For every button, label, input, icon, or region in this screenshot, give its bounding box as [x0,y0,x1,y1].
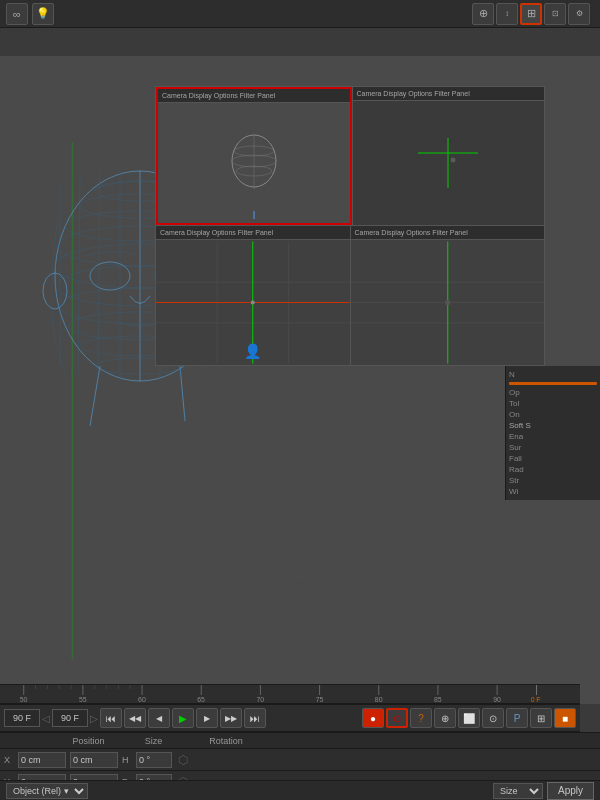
x-pos-input[interactable] [18,752,66,768]
light-icon[interactable]: 💡 [32,3,54,25]
svg-text:75: 75 [316,696,324,703]
move-tool-icon[interactable]: ⊕ [472,3,494,25]
move3d-button[interactable]: ⊕ [434,708,456,728]
size-dropdown[interactable]: Size [493,783,543,799]
svg-line-33 [98,171,100,381]
svg-text:85: 85 [434,696,442,703]
auto-key-button[interactable]: ⊙ [386,708,408,728]
soft-sur-label: Sur [509,443,521,452]
svg-point-58 [251,300,255,304]
mini-panel-bottom-left[interactable]: Camera Display Options Filter Panel [156,226,350,365]
mini-side-grid-svg [351,240,545,365]
svg-line-18 [90,366,100,426]
svg-line-19 [180,366,185,421]
apply-button[interactable]: Apply [547,782,594,800]
mini-panel-header-tr: Camera Display Options Filter Panel [353,87,545,101]
x-spinner[interactable]: ⬡ [178,753,188,767]
viewport-layout-icon[interactable]: ⊞ [520,3,542,25]
soft-str-label: Str [509,476,519,485]
mini-axis-indicator [253,211,254,219]
soft-enable-row: Ena [509,431,597,442]
soft-wi-label: Wi [509,487,518,496]
next-key-button[interactable]: ▶▶ [220,708,242,728]
mini-header-label-tl: Camera Display Options Filter Panel [162,92,275,99]
soft-panel-option: Op [509,387,597,398]
start-frame-input[interactable] [4,709,40,727]
soft-opt-label: Op [509,388,520,397]
svg-text:60: 60 [138,696,146,703]
box-button[interactable]: ⬜ [458,708,480,728]
orange-button[interactable]: ■ [554,708,576,728]
soft-fall-label: Fall [509,454,522,463]
mini-header-label-br: Camera Display Options Filter Panel [355,229,468,236]
mini-axis-svg-tr [418,138,478,188]
top-icon1[interactable]: ↕ [496,3,518,25]
soft-surface-row: Sur [509,442,597,453]
mini-3d-view-bl: 👤 [156,240,350,365]
next-frame-button[interactable]: ▶ [196,708,218,728]
grid-button[interactable]: ⊞ [530,708,552,728]
go-end-button[interactable]: ⏭ [244,708,266,728]
frame-sep2: ▷ [90,713,98,724]
parking-button[interactable]: P [506,708,528,728]
mini-viewport-top-row: Camera Display Options Filter Panel [156,87,544,226]
go-start-button[interactable]: ⏮ [100,708,122,728]
mini-viewport-window: Camera Display Options Filter Panel [155,86,545,366]
h-rot-input[interactable] [136,752,172,768]
mini-panel-bottom-right[interactable]: Camera Display Options Filter Panel [350,226,545,365]
soft-width-row: Wi [509,486,597,497]
mini-header-label-tr: Camera Display Options Filter Panel [357,90,470,97]
object-rel-dropdown[interactable]: Object (Rel) ▾ [6,783,88,799]
sphere-button[interactable]: ⊙ [482,708,504,728]
x-axis-label: X [4,755,14,765]
soft-falloff-row: Fall [509,453,597,464]
end-frame-input[interactable] [52,709,88,727]
svg-point-49 [451,158,455,162]
top-toolbar: ∞ 💡 ⊕ ↕ ⊞ ⊡ ⚙ [0,0,600,28]
top-icon3[interactable]: ⊡ [544,3,566,25]
timeline-svg: 50 55 60 65 70 75 80 85 90 0 F [4,685,576,703]
svg-text:55: 55 [79,696,87,703]
infinity-icon[interactable]: ∞ [6,3,28,25]
x-size-input[interactable] [70,752,118,768]
soft-panel-tol: Tol [509,398,597,409]
figure-icon: 👤 [244,343,261,359]
mini-header-label-bl: Camera Display Options Filter Panel [160,229,273,236]
record-button[interactable]: ● [362,708,384,728]
coord-x-row: X H ⬡ [0,749,600,771]
svg-text:70: 70 [256,696,264,703]
soft-ena-label: Ena [509,432,523,441]
svg-point-39 [90,262,130,290]
soft-panel-on: On [509,409,597,420]
svg-text:0 F: 0 F [531,696,541,703]
soft-panel-n: N [509,369,597,380]
soft-section-label: Soft S [509,420,597,431]
prev-key-button[interactable]: ◀◀ [124,708,146,728]
mini-viewport-bottom-row: Camera Display Options Filter Panel [156,226,544,365]
svg-text:90: 90 [493,696,501,703]
soft-n-label: N [509,370,515,379]
svg-text:80: 80 [375,696,383,703]
svg-text:50: 50 [20,696,28,703]
timeline-ruler: 50 55 60 65 70 75 80 85 90 0 F [0,684,580,704]
svg-point-64 [445,300,450,305]
mini-panel-top-right[interactable]: Camera Display Options Filter Panel [352,87,545,225]
svg-text:65: 65 [197,696,205,703]
top-icon4[interactable]: ⚙ [568,3,590,25]
mini-3d-view-tr [353,101,545,225]
frame-sep: ◁ [42,713,50,724]
soft-on-label: On [509,410,520,419]
mini-3d-view-tl [158,103,350,223]
mini-panel-header-tl: Camera Display Options Filter Panel [158,89,350,103]
h-rot-label: H [122,755,132,765]
orange-divider [509,382,597,385]
prev-frame-button[interactable]: ◀ [148,708,170,728]
transport-controls: ◁ ▷ ⏮ ◀◀ ◀ ▶ ▶ ▶▶ ⏭ ● ⊙ ? ⊕ ⬜ ⊙ P ⊞ ■ [0,704,580,732]
soft-selection-panel: N Op Tol On Soft S Ena Sur Fall Rad Str … [505,366,600,500]
question-button[interactable]: ? [410,708,432,728]
rot-header: Rotation [186,736,266,746]
size-header: Size [121,736,186,746]
soft-tol-label: Tol [509,399,519,408]
play-button[interactable]: ▶ [172,708,194,728]
mini-panel-top-left[interactable]: Camera Display Options Filter Panel [156,87,352,225]
